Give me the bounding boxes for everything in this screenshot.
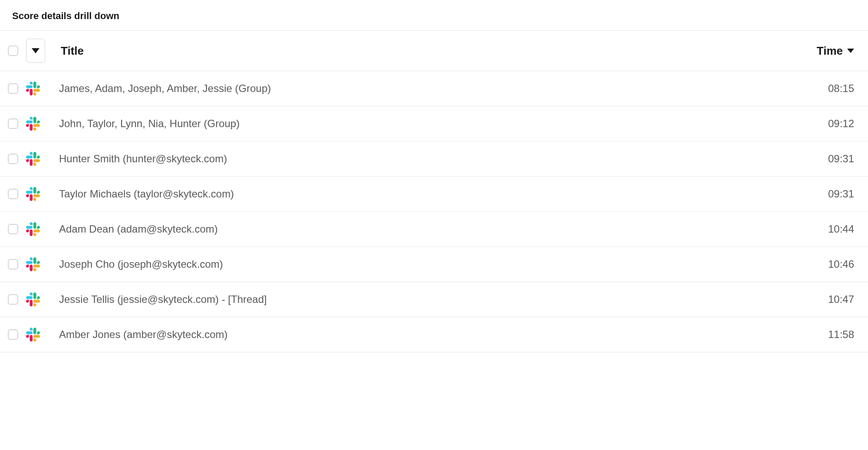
row-time: 11:58: [828, 328, 854, 341]
slack-icon: [26, 152, 40, 166]
row-time: 09:31: [828, 188, 854, 200]
table-row[interactable]: John, Taylor, Lynn, Nia, Hunter (Group)0…: [0, 106, 868, 141]
table-row[interactable]: Adam Dean (adam@skyteck.com)10:44: [0, 212, 868, 247]
row-checkbox[interactable]: [8, 294, 18, 305]
row-checkbox[interactable]: [8, 329, 18, 340]
row-checkbox[interactable]: [8, 118, 18, 129]
slack-icon: [26, 328, 40, 342]
row-time: 10:44: [828, 223, 854, 235]
bulk-actions-dropdown[interactable]: [26, 39, 45, 63]
row-checkbox[interactable]: [8, 224, 18, 234]
table-row[interactable]: Jessie Tellis (jessie@skyteck.com) - [Th…: [0, 282, 868, 317]
row-time: 09:12: [828, 118, 854, 130]
column-header-time[interactable]: Time: [800, 44, 861, 58]
section-title: Score details drill down: [0, 0, 868, 30]
slack-icon: [26, 187, 40, 201]
row-time: 10:46: [828, 258, 854, 270]
select-all-checkbox[interactable]: [8, 46, 18, 56]
row-checkbox[interactable]: [8, 259, 18, 269]
row-title: Jessie Tellis (jessie@skyteck.com) - [Th…: [59, 293, 267, 305]
row-title: John, Taylor, Lynn, Nia, Hunter (Group): [59, 118, 240, 130]
table-row[interactable]: Amber Jones (amber@skyteck.com)11:58: [0, 317, 868, 352]
row-title: Joseph Cho (joseph@skyteck.com): [59, 258, 223, 270]
chevron-down-icon: [32, 48, 39, 53]
table-row[interactable]: Joseph Cho (joseph@skyteck.com)10:46: [0, 247, 868, 282]
row-title: Hunter Smith (hunter@skyteck.com): [59, 153, 227, 165]
sort-descending-icon: [847, 49, 854, 53]
table-header: Title Time: [0, 30, 868, 71]
column-header-time-label: Time: [817, 44, 843, 58]
row-checkbox[interactable]: [8, 154, 18, 164]
row-time: 10:47: [828, 293, 854, 305]
slack-icon: [26, 117, 40, 131]
row-time: 09:31: [828, 153, 854, 165]
row-checkbox[interactable]: [8, 189, 18, 199]
column-header-title[interactable]: Title: [61, 44, 84, 58]
slack-icon: [26, 292, 40, 306]
slack-icon: [26, 257, 40, 271]
slack-icon: [26, 222, 40, 236]
row-title: Adam Dean (adam@skyteck.com): [59, 223, 218, 235]
table-row[interactable]: Taylor Michaels (taylor@skyteck.com)09:3…: [0, 177, 868, 212]
row-title: Amber Jones (amber@skyteck.com): [59, 328, 227, 341]
row-title: Taylor Michaels (taylor@skyteck.com): [59, 188, 234, 200]
row-checkbox[interactable]: [8, 83, 18, 94]
table-row[interactable]: James, Adam, Joseph, Amber, Jessie (Grou…: [0, 71, 868, 106]
row-time: 08:15: [828, 82, 854, 95]
slack-icon: [26, 82, 40, 95]
row-title: James, Adam, Joseph, Amber, Jessie (Grou…: [59, 82, 271, 95]
table-row[interactable]: Hunter Smith (hunter@skyteck.com)09:31: [0, 141, 868, 177]
